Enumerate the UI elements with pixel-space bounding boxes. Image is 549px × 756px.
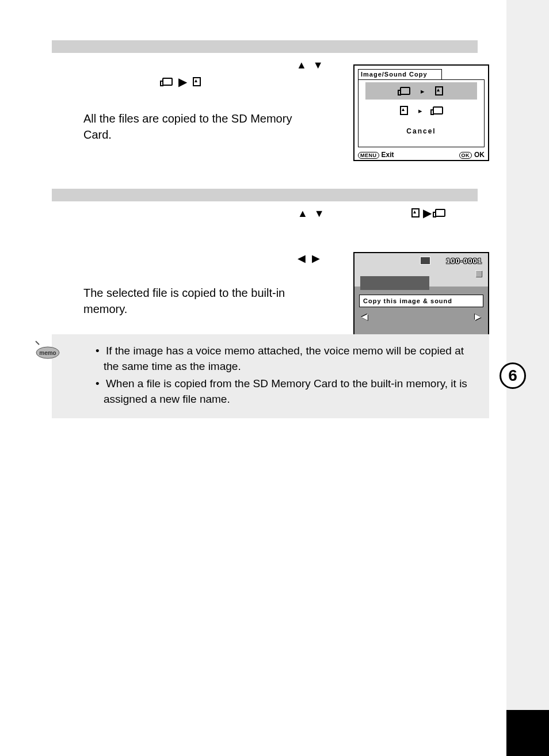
sd-card-icon <box>435 86 443 96</box>
lcd-screen-image-preview: 100-0001 ▦ Copy this image & sound ◀ ▶ M… <box>353 252 489 346</box>
copy-direction-icons-2: ▶ <box>411 206 445 220</box>
right-triangle-icon: ▶ <box>178 75 187 89</box>
lcd-tab-title: Image/Sound Copy <box>358 69 442 79</box>
prev-arrow-icon[interactable]: ◀ <box>361 312 368 321</box>
copy-banner: Copy this image & sound <box>359 295 483 307</box>
right-triangle-icon: ▸ <box>418 106 422 115</box>
sd-card-icon <box>193 77 201 86</box>
next-arrow-icon[interactable]: ▶ <box>475 312 481 321</box>
memo-item: When a file is copied from the SD Memory… <box>96 376 478 407</box>
image-icon: ▦ <box>475 268 482 277</box>
right-triangle-icon: ▸ <box>421 87 425 96</box>
camera-icon <box>435 209 445 217</box>
left-right-arrows-icon: ◀ ▶ <box>298 252 322 265</box>
memo-box: memo If the image has a voice memo attac… <box>52 334 489 418</box>
camera-icon <box>433 106 443 114</box>
section-heading-bar-1 <box>52 40 478 53</box>
section-heading-bar-2 <box>52 189 478 201</box>
sd-card-icon <box>400 106 408 115</box>
svg-text:memo: memo <box>39 350 56 356</box>
playback-icon <box>420 257 430 265</box>
camera-icon <box>162 78 173 86</box>
sd-card-icon <box>411 208 420 217</box>
right-triangle-icon: ▶ <box>423 206 432 220</box>
chapter-tab: 6 <box>500 362 526 389</box>
camera-icon <box>400 87 410 95</box>
menu-row-cancel[interactable]: Cancel <box>359 123 484 140</box>
menu-row-cam-to-sd[interactable]: ▸ <box>365 82 477 100</box>
up-down-arrows-icon: ▲ ▼ <box>296 59 325 71</box>
file-number: 100-0001 <box>446 257 482 265</box>
sidebar-black <box>506 710 549 756</box>
memo-item: If the image has a voice memo attached, … <box>96 343 478 374</box>
menu-row-sd-to-cam[interactable]: ▸ <box>359 102 484 119</box>
section1-description: All the files are copied to the SD Memor… <box>52 110 322 143</box>
section2-description: The selected file is copied to the built… <box>52 285 317 317</box>
memo-icon: memo <box>35 340 61 360</box>
copy-direction-icons-1: ▶ <box>162 75 201 89</box>
up-down-arrows-icon: ▲ ▼ <box>298 208 326 220</box>
